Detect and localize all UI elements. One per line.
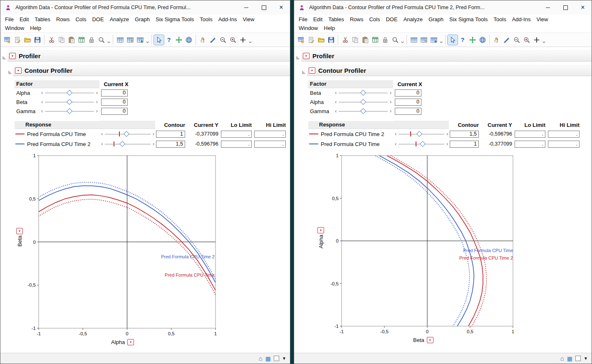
menu-item[interactable]: Help — [27, 24, 44, 32]
menu-item[interactable]: Add-Ins — [215, 15, 240, 24]
save-icon[interactable] — [32, 35, 42, 45]
lock-icon[interactable] — [87, 35, 97, 45]
slider-right-arrow-icon[interactable] — [96, 99, 98, 105]
slider-left-arrow-icon[interactable] — [335, 108, 337, 114]
table-plus-icon[interactable] — [135, 35, 145, 45]
menu-item[interactable]: Cols — [366, 15, 383, 24]
slider-handle[interactable] — [419, 141, 425, 147]
menu-item[interactable]: View — [240, 15, 257, 24]
plus-icon[interactable] — [238, 35, 248, 45]
cursor-arrow-icon[interactable] — [448, 35, 458, 45]
collapse-triangle-icon[interactable] — [302, 70, 306, 74]
titlebar[interactable]: Algorithm Data - Contour Profiler of Pre… — [0, 0, 290, 15]
slider-handle[interactable] — [67, 99, 72, 105]
slider-left-arrow-icon[interactable] — [41, 89, 43, 96]
plus-icon[interactable] — [532, 35, 542, 45]
table-plus-icon[interactable] — [429, 35, 439, 45]
factor-slider[interactable] — [335, 98, 391, 106]
factor-slider[interactable] — [335, 107, 391, 115]
slider-handle[interactable] — [360, 108, 366, 114]
home-window-icon[interactable] — [259, 355, 263, 362]
slider-left-arrow-icon[interactable] — [335, 89, 337, 96]
y-axis-menu-icon[interactable] — [317, 227, 324, 233]
slider-left-arrow-icon[interactable] — [101, 131, 103, 137]
slider-right-arrow-icon[interactable] — [390, 99, 391, 105]
slider-handle[interactable] — [67, 90, 72, 96]
current-x-input[interactable]: 0 — [395, 99, 421, 106]
cut-icon[interactable] — [47, 35, 57, 45]
toolbar-overflow-icon[interactable] — [248, 35, 253, 45]
table-new-icon[interactable] — [409, 35, 419, 45]
contour-plot[interactable]: -1-0,500,5110,50-0,5-1Pred Formula CPU T… — [24, 153, 220, 342]
x-axis-label[interactable]: Beta — [413, 337, 424, 343]
search-icon[interactable] — [97, 35, 107, 45]
import-data-icon[interactable] — [370, 35, 380, 45]
toolbar-overflow-icon[interactable] — [439, 35, 443, 45]
contour-slider[interactable] — [395, 140, 448, 148]
home-window-icon[interactable] — [560, 355, 564, 362]
menu-item[interactable]: Tables — [32, 15, 53, 24]
zoom-in-icon[interactable] — [522, 35, 532, 45]
factor-slider[interactable] — [41, 98, 98, 106]
copy-icon[interactable] — [350, 35, 360, 45]
open-folder-icon[interactable] — [316, 35, 326, 45]
cursor-arrow-icon[interactable] — [154, 35, 164, 45]
save-icon[interactable] — [326, 35, 336, 45]
current-x-input[interactable]: 0 — [101, 89, 128, 97]
zoom-in-icon[interactable] — [228, 35, 238, 45]
hi-limit-input[interactable]: . — [548, 141, 580, 148]
menu-item[interactable]: DOE — [89, 15, 107, 24]
contour-input[interactable]: 1 — [156, 131, 185, 138]
menu-item[interactable]: Add-Ins — [509, 15, 534, 24]
data-table-window-icon[interactable] — [265, 355, 271, 362]
current-x-input[interactable]: 0 — [395, 89, 421, 97]
zoom-out-icon[interactable] — [218, 35, 228, 45]
contour-slider[interactable] — [101, 130, 154, 138]
new-data-table-icon[interactable] — [296, 35, 306, 45]
slider-left-arrow-icon[interactable] — [101, 141, 103, 147]
factor-slider[interactable] — [335, 89, 391, 97]
lo-limit-input[interactable]: . — [515, 141, 545, 148]
slider-handle[interactable] — [416, 131, 422, 137]
factor-slider[interactable] — [41, 89, 98, 97]
move-tool-icon[interactable] — [468, 35, 478, 45]
cut-icon[interactable] — [340, 35, 350, 45]
menu-item[interactable]: DOE — [383, 15, 400, 24]
slider-handle[interactable] — [360, 90, 366, 96]
new-data-table-icon[interactable] — [2, 35, 12, 45]
slider-handle[interactable] — [119, 141, 125, 147]
close-button[interactable] — [272, 0, 290, 15]
zoom-out-icon[interactable] — [512, 35, 522, 45]
menu-item[interactable]: File — [2, 15, 17, 24]
menu-item[interactable]: Six Sigma Tools — [153, 15, 197, 24]
menu-item[interactable]: Rows — [53, 15, 73, 24]
collapse-triangle-icon[interactable] — [296, 56, 300, 59]
toolbar-overflow-icon[interactable] — [107, 35, 111, 45]
close-button[interactable] — [574, 0, 592, 15]
hand-icon[interactable] — [492, 35, 502, 45]
menu-item[interactable]: Edit — [17, 15, 32, 24]
slider-left-arrow-icon[interactable] — [41, 108, 43, 114]
contour-slider[interactable] — [395, 130, 448, 138]
menu-item[interactable]: Window — [296, 24, 321, 32]
y-axis-label[interactable]: Beta — [17, 235, 23, 247]
hand-icon[interactable] — [198, 35, 208, 45]
new-journal-icon[interactable] — [12, 35, 22, 45]
maximize-button[interactable] — [255, 0, 272, 15]
table-sigma-icon[interactable] — [125, 35, 135, 45]
contour-slider[interactable] — [101, 140, 154, 148]
slider-right-arrow-icon[interactable] — [96, 108, 98, 114]
menu-item[interactable]: Edit — [310, 15, 325, 24]
copy-icon[interactable] — [57, 35, 67, 45]
x-axis-label[interactable]: Alpha — [111, 339, 125, 345]
red-triangle-menu-icon[interactable] — [9, 53, 16, 59]
y-axis-menu-icon[interactable] — [16, 228, 23, 234]
titlebar[interactable]: Algorithm Data - Contour Profiler of Pre… — [294, 0, 592, 15]
contour-plot[interactable]: -1-0,500,5110,50-0,5-1Pred Formula CPU T… — [327, 153, 518, 339]
factor-slider[interactable] — [41, 107, 98, 115]
toolbar-overflow-icon[interactable] — [542, 35, 546, 45]
hi-limit-input[interactable]: . — [254, 131, 286, 138]
hi-limit-input[interactable]: . — [254, 141, 286, 148]
table-sigma-icon[interactable] — [419, 35, 429, 45]
slider-handle[interactable] — [124, 131, 129, 137]
